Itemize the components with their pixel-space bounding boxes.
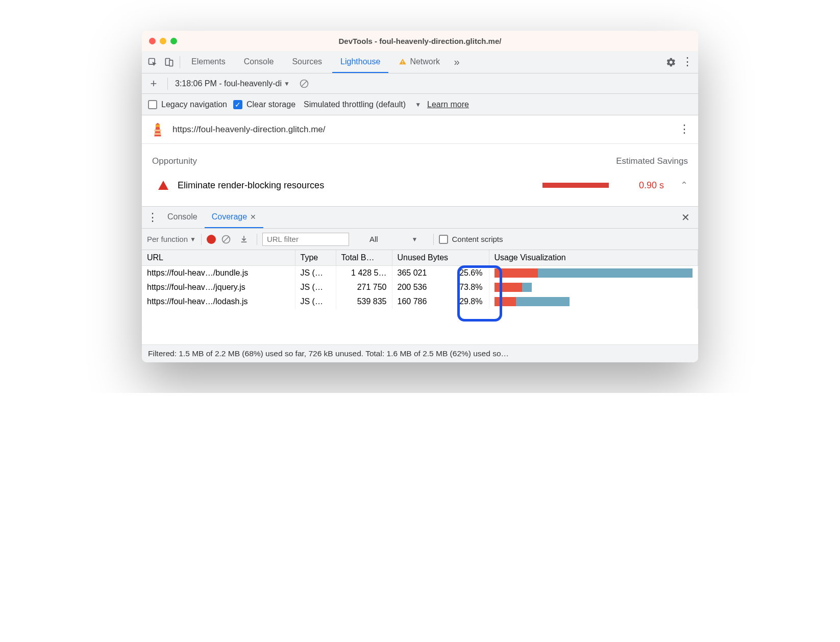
tab-network-label: Network [410,57,440,66]
separator [257,234,257,245]
opportunity-savings: 0.90 s [633,180,664,191]
close-drawer-icon[interactable]: ✕ [676,211,695,224]
chevron-down-icon: ▼ [190,236,196,243]
col-total-header[interactable]: Total B… [336,250,392,266]
drawer-tab-coverage[interactable]: Coverage ✕ [205,207,263,228]
svg-line-11 [224,237,229,242]
clear-storage-label: Clear storage [246,100,295,109]
main-toolbar: Elements Console Sources Lighthouse Netw… [142,51,698,73]
settings-icon[interactable] [663,55,679,70]
checkbox-checked-icon: ✓ [233,100,242,109]
type-filter-select[interactable]: All ▼ [369,235,428,243]
col-unused-header[interactable]: Unused Bytes [392,250,489,266]
cell-viz [489,294,698,309]
content-scripts-checkbox[interactable]: Content scripts [439,235,503,244]
table-row[interactable]: https://foul-heav…/lodash.jsJS (…539 835… [142,294,698,309]
report-url: https://foul-heavenly-direction.glitch.m… [172,125,326,135]
minimize-window-button[interactable] [160,38,166,44]
close-tab-icon[interactable]: ✕ [250,213,256,221]
chevron-down-icon: ▼ [284,80,290,87]
url-filter-input[interactable] [262,233,349,246]
cell-total: 1 428 5… [336,266,392,281]
drawer-tabs: ⋮ Console Coverage ✕ ✕ [142,206,698,229]
svg-rect-8 [154,130,161,131]
drawer-menu-icon[interactable]: ⋮ [145,210,160,225]
tab-sources[interactable]: Sources [284,51,330,73]
coverage-toolbar: Per function ▼ All ▼ Content scripts [142,229,698,250]
legacy-navigation-label: Legacy navigation [161,100,227,109]
tab-lighthouse[interactable]: Lighthouse [332,51,388,73]
throttling-label: Simulated throttling (default) [304,100,406,109]
coverage-table-header: URL Type Total B… Unused Bytes Usage Vis… [142,250,698,266]
inspect-icon[interactable] [145,55,160,70]
col-url-header[interactable]: URL [142,250,295,266]
svg-rect-2 [169,60,173,66]
col-viz-header[interactable]: Usage Visualization [489,250,698,266]
chevron-down-icon: ▼ [415,101,421,108]
devtools-window: DevTools - foul-heavenly-direction.glitc… [142,31,698,362]
opportunity-header-left: Opportunity [152,156,197,166]
coverage-table-wrap: URL Type Total B… Unused Bytes Usage Vis… [142,250,698,344]
chevron-down-icon: ▼ [412,236,418,243]
table-row[interactable]: https://foul-heav…/jquery.jsJS (…271 750… [142,280,698,294]
window-title: DevTools - foul-heavenly-direction.glitc… [142,37,698,45]
tab-elements[interactable]: Elements [183,51,234,73]
cell-total: 539 835 [336,294,392,309]
opportunity-section: Opportunity Estimated Savings Eliminate … [142,144,698,206]
cell-type: JS (… [295,280,336,294]
triangle-fail-icon [158,181,168,190]
tab-network[interactable]: Network [390,51,448,73]
table-row[interactable]: https://foul-heav…/bundle.jsJS (…1 428 5… [142,266,698,281]
granularity-select[interactable]: Per function ▼ [147,235,196,243]
chevron-up-icon[interactable]: ⌃ [680,180,688,191]
svg-line-6 [302,81,307,86]
separator [201,234,202,245]
main-tabs: Elements Console Sources Lighthouse Netw… [183,51,448,73]
cell-url: https://foul-heav…/bundle.js [142,266,295,281]
record-button[interactable] [207,235,216,244]
learn-more-link[interactable]: Learn more [427,100,469,109]
kebab-menu-icon[interactable]: ⋮ [680,55,695,70]
opportunity-header-right: Estimated Savings [616,156,688,166]
granularity-label: Per function [147,235,188,243]
opportunity-row[interactable]: Eliminate render-blocking resources 0.90… [152,180,688,191]
cell-viz [489,266,698,281]
cell-unused: 365 02125.6% [392,266,489,281]
export-icon[interactable] [236,232,252,247]
new-report-button[interactable]: + [147,77,160,90]
report-menu-icon[interactable]: ⋮ [679,127,690,132]
cell-unused: 200 53673.8% [392,280,489,294]
legacy-navigation-checkbox[interactable]: Legacy navigation [148,100,227,109]
device-toggle-icon[interactable] [161,55,177,70]
maximize-window-button[interactable] [170,38,177,44]
close-window-button[interactable] [149,38,156,44]
warning-icon [399,58,407,66]
coverage-footer: Filtered: 1.5 MB of 2.2 MB (68%) used so… [142,344,698,362]
throttling-select[interactable]: Simulated throttling (default) ▼ [304,100,421,109]
separator [167,78,168,90]
svg-rect-4 [403,63,403,63]
lighthouse-icon [150,122,165,137]
clear-icon[interactable] [299,79,309,89]
report-select-label: 3:18:06 PM - foul-heavenly-di [175,79,282,88]
titlebar: DevTools - foul-heavenly-direction.glitc… [142,31,698,51]
lighthouse-toolbar: + 3:18:06 PM - foul-heavenly-di ▼ [142,73,698,94]
opportunity-title: Eliminate render-blocking resources [178,180,324,191]
col-type-header[interactable]: Type [295,250,336,266]
clear-storage-checkbox[interactable]: ✓ Clear storage [233,100,295,109]
cell-total: 271 750 [336,280,392,294]
separator [433,234,434,245]
more-tabs-icon[interactable]: » [449,55,464,70]
cell-type: JS (… [295,266,336,281]
cell-viz [489,280,698,294]
cell-url: https://foul-heav…/jquery.js [142,280,295,294]
clear-coverage-icon[interactable] [221,234,231,244]
tab-console[interactable]: Console [236,51,282,73]
separator [180,56,180,68]
drawer-tab-console[interactable]: Console [160,207,205,228]
drawer-tab-coverage-label: Coverage [212,212,247,221]
type-filter-label: All [369,235,378,243]
cell-unused: 160 78629.8% [392,294,489,309]
report-select[interactable]: 3:18:06 PM - foul-heavenly-di ▼ [175,79,290,88]
svg-rect-9 [154,133,161,134]
